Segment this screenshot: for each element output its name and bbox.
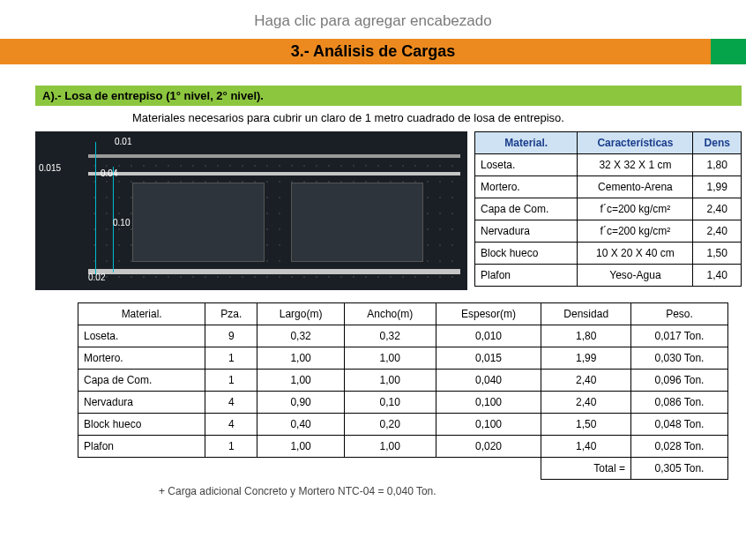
dim-001: 0.01 xyxy=(115,137,131,146)
section-title-bar: 3.- Análisis de Cargas xyxy=(0,39,746,64)
dim-010: 0.10 xyxy=(113,218,130,228)
table-header-row: Material. Pza. Largo(m) Ancho(m) Espesor… xyxy=(78,303,728,325)
table-row: Nervaduraf´c=200 kg/cm²2,40 xyxy=(475,220,742,243)
additional-load-note: + Carga adicional Concreto y Mortero NTC… xyxy=(0,480,746,497)
total-row: Total = 0,305 Ton. xyxy=(78,458,728,480)
table-row: Capa de Com.11,001,000,0402,400,096 Ton. xyxy=(78,370,728,392)
subsection-a-header: A).- Losa de entrepiso (1° nivel, 2° niv… xyxy=(35,86,742,106)
table-header-row: Material. Características Dens xyxy=(475,132,742,154)
table-row: PlafonYeso-Agua1,40 xyxy=(475,265,742,287)
table-row: Mortero.11,001,000,0151,990,030 Ton. xyxy=(78,347,728,370)
col-material: Material. xyxy=(78,303,205,325)
materials-characteristics-table: Material. Características Dens Loseta.32… xyxy=(474,131,742,287)
total-value: 0,305 Ton. xyxy=(631,458,728,480)
dim-004: 0.04 xyxy=(101,168,117,178)
cross-section-drawing: 0.01 0.04 0.015 0.10 0.02 xyxy=(35,131,467,290)
col-largo: Largo(m) xyxy=(257,303,344,325)
col-peso: Peso. xyxy=(631,303,728,325)
header-placeholder[interactable]: Haga clic para agregar encabezado xyxy=(0,0,746,39)
table-row: Mortero.Cemento-Arena1,99 xyxy=(475,176,742,198)
materials-weight-table: Material. Pza. Largo(m) Ancho(m) Espesor… xyxy=(78,302,728,480)
table-row: Block hueco40,400,200,1001,500,048 Ton. xyxy=(78,414,728,436)
table-row: Block hueco10 X 20 X 40 cm1,50 xyxy=(475,243,742,265)
table-row: Capa de Com.f´c=200 kg/cm²2,40 xyxy=(475,198,742,220)
table-row: Nervadura40,900,100,1002,400,086 Ton. xyxy=(78,392,728,414)
col-densidad: Dens xyxy=(693,132,742,154)
dim-0015: 0.015 xyxy=(39,163,61,173)
col-ancho: Ancho(m) xyxy=(344,303,436,325)
col-pza: Pza. xyxy=(205,303,257,325)
table-row: Loseta.32 X 32 X 1 cm1,80 xyxy=(475,154,742,176)
total-label: Total = xyxy=(541,458,631,480)
table-row: Loseta.90,320,320,0101,800,017 Ton. xyxy=(78,325,728,347)
col-densidad: Densidad xyxy=(541,303,631,325)
section-title: 3.- Análisis de Cargas xyxy=(291,42,455,61)
col-caracteristicas: Características xyxy=(578,132,693,154)
subsection-description: Materiales necesarios para cubrir un cla… xyxy=(0,106,746,131)
dim-002: 0.02 xyxy=(88,273,105,282)
col-material: Material. xyxy=(475,132,578,154)
col-espesor: Espesor(m) xyxy=(436,303,541,325)
table-row: Plafon11,001,000,0201,400,028 Ton. xyxy=(78,436,728,458)
